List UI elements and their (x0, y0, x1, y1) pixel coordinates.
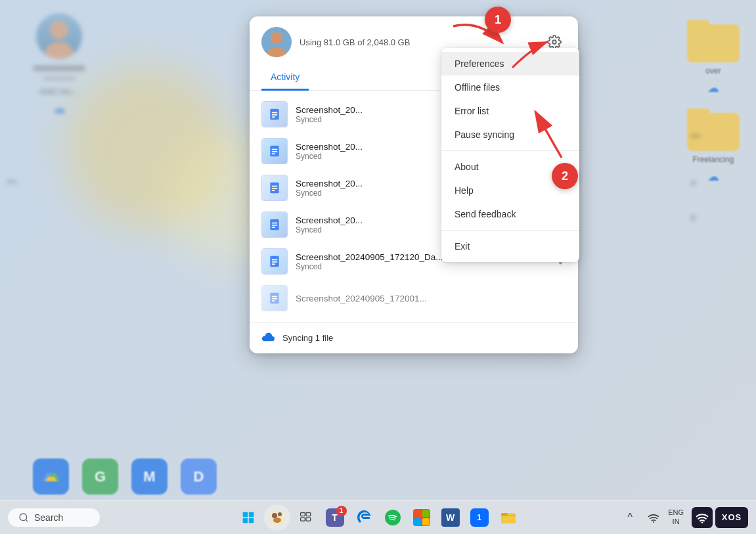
svg-rect-51 (414, 518, 421, 525)
svg-rect-14 (272, 153, 275, 154)
drive-header: Using 81.0 GB of 2,048.0 GB Preferences … (250, 16, 578, 65)
svg-rect-43 (300, 512, 305, 516)
bg-drive-icon (33, 458, 69, 495)
svg-rect-24 (272, 259, 277, 261)
system-tray-chevron[interactable]: ^ (621, 508, 639, 527)
menu-item-offline-files[interactable]: Offline files (441, 76, 579, 99)
file-name-2: Screenshot_20... (296, 142, 466, 152)
menu-item-exit[interactable]: Exit (441, 234, 579, 258)
drive-card: Using 81.0 GB of 2,048.0 GB Preferences … (250, 16, 578, 353)
bg-avatar (36, 13, 82, 59)
svg-rect-29 (272, 298, 277, 300)
file-thumb-4 (261, 211, 288, 238)
file-thumb-6 (261, 285, 288, 311)
wifi-icon[interactable] (644, 508, 663, 527)
edge-taskbar-icon[interactable] (351, 504, 377, 531)
menu-divider-1 (441, 150, 579, 151)
bg-green-icon: G (82, 458, 118, 495)
taskbar-center: T 1 (235, 504, 522, 531)
bg-amd-label: AMD Mo... (39, 87, 79, 97)
dropdown-menu: Preferences Offline files Error list Pau… (441, 48, 579, 262)
cloud-icon-right-1: ☁ (707, 81, 719, 95)
svg-rect-46 (306, 518, 311, 521)
folder-label-right-1: over (705, 66, 721, 76)
teams-badge: 1 (336, 506, 347, 516)
file-info-6: Screenshot_20240905_172001... (296, 294, 566, 303)
svg-line-34 (26, 520, 28, 522)
search-box[interactable]: Search (8, 508, 100, 527)
right-side-content: ala al 9 (690, 131, 743, 223)
menu-item-pause-syncing[interactable]: Pause syncing (441, 123, 579, 146)
xos-label: XOS (715, 507, 748, 528)
svg-rect-26 (272, 263, 275, 265)
teams-taskbar-icon[interactable]: T 1 (322, 504, 348, 531)
file-name-3: Screenshot_20... (296, 179, 466, 189)
folder-right-1: over ☁ (677, 20, 749, 95)
drive-avatar (261, 27, 292, 57)
svg-rect-13 (272, 151, 277, 152)
menu-item-error-list[interactable]: Error list (441, 99, 579, 123)
svg-rect-21 (272, 225, 277, 226)
desktop: AMD Mo... ☁ over ☁ Freelancing ☁ (0, 0, 756, 534)
file-name-6: Screenshot_20240905_172001... (296, 294, 466, 303)
svg-rect-25 (272, 261, 277, 263)
1password-taskbar-icon[interactable]: 1 (466, 504, 493, 531)
svg-rect-45 (300, 518, 305, 521)
folder-icon-1 (687, 20, 740, 62)
svg-rect-49 (414, 510, 421, 517)
windows-icon[interactable] (235, 504, 261, 531)
svg-point-57 (701, 522, 703, 523)
lang-sub-text: IN (673, 518, 680, 526)
taskbar-left: Search (8, 508, 100, 527)
explorer-taskbar-icon[interactable] (495, 504, 522, 531)
menu-item-send-feedback[interactable]: Send feedback (441, 202, 579, 226)
svg-rect-28 (272, 296, 277, 298)
svg-rect-10 (272, 116, 275, 118)
bg-cloud-1: ☁ (53, 100, 66, 116)
svg-rect-52 (422, 518, 430, 525)
left-side-content: inv... (7, 177, 46, 185)
word-taskbar-icon[interactable]: W (437, 504, 464, 531)
svg-rect-22 (272, 227, 275, 228)
search-icon (18, 512, 29, 523)
task-view-icon[interactable] (293, 504, 319, 531)
svg-rect-55 (501, 513, 508, 516)
svg-rect-36 (248, 512, 254, 517)
xos-wifi-icon (692, 507, 713, 528)
svg-rect-12 (272, 149, 277, 150)
annotation-2: 2 (552, 163, 578, 189)
svg-rect-8 (272, 112, 277, 114)
xos-area: XOS (692, 507, 748, 528)
language-indicator[interactable]: ENG IN (668, 508, 684, 525)
svg-point-0 (50, 21, 68, 39)
svg-rect-44 (306, 512, 311, 516)
sync-status-text: Syncing 1 file (282, 333, 333, 343)
search-input-label: Search (34, 512, 63, 523)
svg-point-5 (552, 40, 556, 44)
svg-rect-9 (272, 114, 277, 116)
menu-divider-2 (441, 230, 579, 231)
svg-rect-30 (272, 300, 275, 301)
file-item-6[interactable]: Screenshot_20240905_172001... (250, 280, 578, 317)
tab-activity[interactable]: Activity (261, 65, 309, 91)
svg-rect-50 (422, 510, 430, 517)
file-name-4: Screenshot_20... (296, 215, 466, 225)
store-taskbar-icon[interactable] (409, 504, 435, 531)
svg-point-1 (45, 42, 74, 59)
svg-point-40 (272, 513, 277, 518)
taskbar-right: ^ ENG IN (621, 507, 748, 528)
svg-rect-20 (272, 223, 277, 224)
svg-point-42 (273, 518, 281, 523)
bg-app-icons: G M D (33, 458, 217, 495)
spotify-taskbar-icon[interactable] (380, 504, 406, 531)
file-name-1: Screenshot_20... (296, 105, 466, 115)
file-thumb-1 (261, 101, 288, 127)
bg-icon-4: D (181, 458, 217, 495)
taskbar: Search (0, 500, 756, 534)
svg-point-41 (278, 512, 282, 516)
svg-rect-35 (242, 512, 248, 517)
gimp-icon[interactable] (264, 504, 290, 531)
svg-point-33 (20, 514, 27, 521)
svg-rect-37 (242, 518, 248, 523)
menu-item-preferences[interactable]: Preferences (441, 52, 579, 76)
